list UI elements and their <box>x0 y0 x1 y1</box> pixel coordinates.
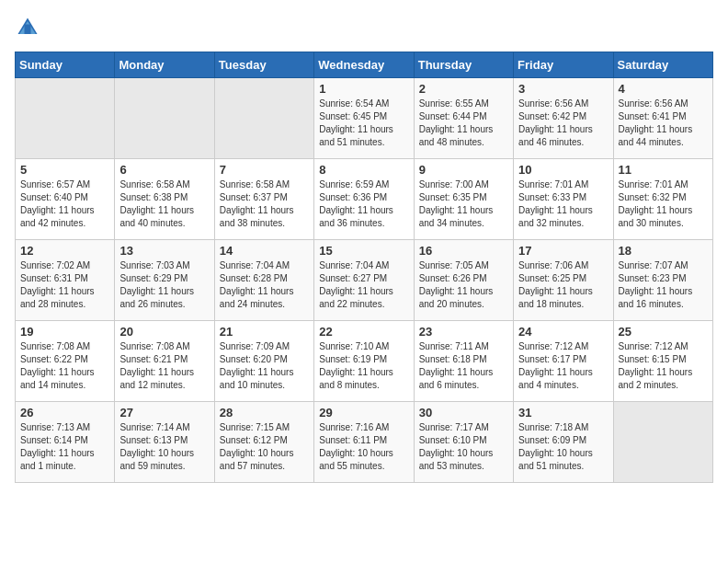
day-info: Sunrise: 7:16 AM Sunset: 6:11 PM Dayligh… <box>319 421 408 473</box>
day-info: Sunrise: 7:08 AM Sunset: 6:21 PM Dayligh… <box>119 340 209 392</box>
calendar-cell <box>16 78 115 159</box>
day-number: 8 <box>319 163 408 177</box>
day-number: 24 <box>518 325 608 339</box>
day-info: Sunrise: 6:56 AM Sunset: 6:42 PM Dayligh… <box>518 98 608 149</box>
day-info: Sunrise: 7:04 AM Sunset: 6:28 PM Dayligh… <box>220 259 309 311</box>
weekday-header: Monday <box>115 52 214 78</box>
day-info: Sunrise: 6:57 AM Sunset: 6:40 PM Dayligh… <box>20 178 109 230</box>
day-info: Sunrise: 6:59 AM Sunset: 6:36 PM Dayligh… <box>319 178 408 230</box>
calendar-cell: 11Sunrise: 7:01 AM Sunset: 6:32 PM Dayli… <box>613 159 712 240</box>
calendar-cell: 14Sunrise: 7:04 AM Sunset: 6:28 PM Dayli… <box>214 240 313 321</box>
calendar-cell: 12Sunrise: 7:02 AM Sunset: 6:31 PM Dayli… <box>16 240 115 321</box>
day-number: 31 <box>518 406 608 419</box>
calendar-cell: 19Sunrise: 7:08 AM Sunset: 6:22 PM Dayli… <box>16 321 115 402</box>
day-info: Sunrise: 7:01 AM Sunset: 6:33 PM Dayligh… <box>518 178 608 230</box>
day-number: 1 <box>319 82 408 96</box>
day-number: 18 <box>619 244 708 258</box>
day-number: 5 <box>20 163 109 177</box>
day-number: 25 <box>619 325 708 339</box>
calendar-table: SundayMondayTuesdayWednesdayThursdayFrid… <box>15 52 713 483</box>
day-info: Sunrise: 7:08 AM Sunset: 6:22 PM Dayligh… <box>20 340 109 392</box>
calendar-cell: 27Sunrise: 7:14 AM Sunset: 6:13 PM Dayli… <box>115 402 214 483</box>
calendar-cell: 6Sunrise: 6:58 AM Sunset: 6:38 PM Daylig… <box>115 159 214 240</box>
day-info: Sunrise: 7:18 AM Sunset: 6:09 PM Dayligh… <box>518 421 608 473</box>
day-number: 2 <box>419 82 508 96</box>
calendar-week-row: 12Sunrise: 7:02 AM Sunset: 6:31 PM Dayli… <box>16 240 713 321</box>
day-number: 10 <box>518 163 608 177</box>
day-info: Sunrise: 7:14 AM Sunset: 6:13 PM Dayligh… <box>119 421 209 473</box>
day-number: 17 <box>518 244 608 258</box>
day-number: 21 <box>220 325 309 339</box>
day-info: Sunrise: 6:58 AM Sunset: 6:38 PM Dayligh… <box>119 178 209 230</box>
calendar-cell: 22Sunrise: 7:10 AM Sunset: 6:19 PM Dayli… <box>314 321 414 402</box>
day-info: Sunrise: 7:10 AM Sunset: 6:19 PM Dayligh… <box>319 340 408 392</box>
day-info: Sunrise: 7:05 AM Sunset: 6:26 PM Dayligh… <box>419 259 508 311</box>
calendar-cell: 10Sunrise: 7:01 AM Sunset: 6:33 PM Dayli… <box>514 159 613 240</box>
day-number: 12 <box>20 244 109 258</box>
logo-icon <box>15 15 40 40</box>
day-number: 9 <box>419 163 508 177</box>
day-number: 11 <box>619 163 708 177</box>
day-number: 7 <box>220 163 309 177</box>
calendar-cell: 13Sunrise: 7:03 AM Sunset: 6:29 PM Dayli… <box>115 240 214 321</box>
calendar-week-row: 26Sunrise: 7:13 AM Sunset: 6:14 PM Dayli… <box>16 402 713 483</box>
calendar-cell: 30Sunrise: 7:17 AM Sunset: 6:10 PM Dayli… <box>414 402 513 483</box>
day-info: Sunrise: 6:55 AM Sunset: 6:44 PM Dayligh… <box>419 98 508 149</box>
calendar-cell <box>613 402 712 483</box>
day-info: Sunrise: 7:03 AM Sunset: 6:29 PM Dayligh… <box>119 259 209 311</box>
day-info: Sunrise: 6:54 AM Sunset: 6:45 PM Dayligh… <box>319 98 408 149</box>
day-info: Sunrise: 7:01 AM Sunset: 6:32 PM Dayligh… <box>619 178 708 230</box>
day-info: Sunrise: 7:00 AM Sunset: 6:35 PM Dayligh… <box>419 178 508 230</box>
weekday-header: Saturday <box>613 52 712 78</box>
calendar-cell: 3Sunrise: 6:56 AM Sunset: 6:42 PM Daylig… <box>514 78 613 159</box>
day-number: 29 <box>319 406 408 419</box>
calendar-cell <box>214 78 313 159</box>
calendar-cell: 17Sunrise: 7:06 AM Sunset: 6:25 PM Dayli… <box>514 240 613 321</box>
day-info: Sunrise: 7:12 AM Sunset: 6:15 PM Dayligh… <box>619 340 708 392</box>
weekday-header: Tuesday <box>214 52 313 78</box>
day-info: Sunrise: 7:15 AM Sunset: 6:12 PM Dayligh… <box>220 421 309 473</box>
day-number: 13 <box>119 244 209 258</box>
weekday-header: Sunday <box>16 52 115 78</box>
day-info: Sunrise: 7:02 AM Sunset: 6:31 PM Dayligh… <box>20 259 109 311</box>
day-number: 3 <box>518 82 608 96</box>
calendar-cell: 26Sunrise: 7:13 AM Sunset: 6:14 PM Dayli… <box>16 402 115 483</box>
day-number: 20 <box>119 325 209 339</box>
page-header <box>15 15 713 40</box>
calendar-cell: 2Sunrise: 6:55 AM Sunset: 6:44 PM Daylig… <box>414 78 513 159</box>
logo <box>15 15 44 40</box>
calendar-cell: 9Sunrise: 7:00 AM Sunset: 6:35 PM Daylig… <box>414 159 513 240</box>
calendar-cell: 28Sunrise: 7:15 AM Sunset: 6:12 PM Dayli… <box>214 402 313 483</box>
day-number: 15 <box>319 244 408 258</box>
day-number: 14 <box>220 244 309 258</box>
calendar-cell: 21Sunrise: 7:09 AM Sunset: 6:20 PM Dayli… <box>214 321 313 402</box>
day-info: Sunrise: 6:58 AM Sunset: 6:37 PM Dayligh… <box>220 178 309 230</box>
day-number: 19 <box>20 325 109 339</box>
day-number: 30 <box>419 406 508 419</box>
day-info: Sunrise: 7:07 AM Sunset: 6:23 PM Dayligh… <box>619 259 708 311</box>
calendar-cell: 29Sunrise: 7:16 AM Sunset: 6:11 PM Dayli… <box>314 402 414 483</box>
day-info: Sunrise: 7:12 AM Sunset: 6:17 PM Dayligh… <box>518 340 608 392</box>
day-info: Sunrise: 7:09 AM Sunset: 6:20 PM Dayligh… <box>220 340 309 392</box>
calendar-body: 1Sunrise: 6:54 AM Sunset: 6:45 PM Daylig… <box>16 78 713 483</box>
calendar-header-row: SundayMondayTuesdayWednesdayThursdayFrid… <box>16 52 713 78</box>
day-info: Sunrise: 7:13 AM Sunset: 6:14 PM Dayligh… <box>20 421 109 473</box>
calendar-week-row: 1Sunrise: 6:54 AM Sunset: 6:45 PM Daylig… <box>16 78 713 159</box>
calendar-cell: 31Sunrise: 7:18 AM Sunset: 6:09 PM Dayli… <box>514 402 613 483</box>
day-info: Sunrise: 7:11 AM Sunset: 6:18 PM Dayligh… <box>419 340 508 392</box>
calendar-cell: 1Sunrise: 6:54 AM Sunset: 6:45 PM Daylig… <box>314 78 414 159</box>
calendar-cell: 23Sunrise: 7:11 AM Sunset: 6:18 PM Dayli… <box>414 321 513 402</box>
calendar-cell: 5Sunrise: 6:57 AM Sunset: 6:40 PM Daylig… <box>16 159 115 240</box>
svg-rect-3 <box>25 25 31 35</box>
day-number: 6 <box>119 163 209 177</box>
day-info: Sunrise: 7:06 AM Sunset: 6:25 PM Dayligh… <box>518 259 608 311</box>
day-number: 16 <box>419 244 508 258</box>
day-number: 28 <box>220 406 309 419</box>
day-number: 27 <box>119 406 209 419</box>
calendar-cell: 18Sunrise: 7:07 AM Sunset: 6:23 PM Dayli… <box>613 240 712 321</box>
day-number: 26 <box>20 406 109 419</box>
calendar-cell: 15Sunrise: 7:04 AM Sunset: 6:27 PM Dayli… <box>314 240 414 321</box>
day-info: Sunrise: 6:56 AM Sunset: 6:41 PM Dayligh… <box>619 98 708 149</box>
calendar-week-row: 19Sunrise: 7:08 AM Sunset: 6:22 PM Dayli… <box>16 321 713 402</box>
calendar-week-row: 5Sunrise: 6:57 AM Sunset: 6:40 PM Daylig… <box>16 159 713 240</box>
